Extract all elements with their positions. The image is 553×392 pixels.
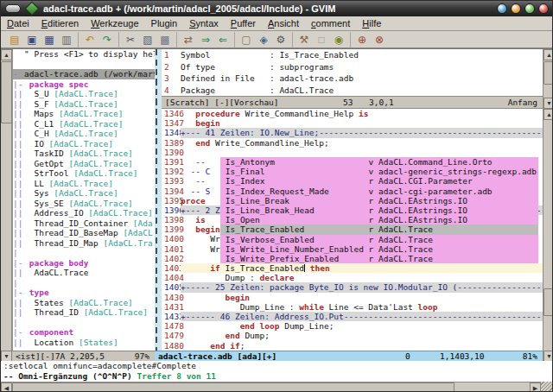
code-line[interactable]: 1389 end Write_Commandline_Help;: [162, 138, 543, 148]
taglist-row[interactable]: || Maps [AdaCL.Trace]: [13, 109, 156, 119]
taglist-row[interactable]: || IO [AdaCL.Trace]: [13, 139, 156, 149]
completion-item[interactable]: Is_Write_Line_Number_Enabled r AdaCL.Tra…: [220, 244, 538, 254]
save-session-button[interactable]: ◈: [256, 32, 271, 47]
command-line[interactable]: :setlocal omnifunc=adacomplete#Complete: [1, 361, 553, 371]
menu-ansicht[interactable]: Ansicht: [262, 17, 305, 29]
completion-item[interactable]: Is_Antonym v AdaCL.Command_Line.Orto: [220, 157, 538, 167]
fold-marker[interactable]: ||: [13, 99, 24, 110]
horizontal-scrollbar[interactable]: ◀ ▶: [1, 382, 553, 392]
fold-marker[interactable]: ||: [13, 149, 24, 159]
fold-marker[interactable]: ||: [13, 89, 24, 99]
folded-line[interactable]: 1405+----- 25 Zeilen: package Byte_IO is…: [162, 282, 543, 292]
menu-plugin[interactable]: Plugin: [145, 17, 184, 29]
preview-line[interactable]: 3Defined in File : adacl-trace.adb: [162, 73, 543, 85]
taglist-row[interactable]: |- component: [13, 327, 156, 338]
preview-window[interactable]: 1Symbol : Is_Trace_Enabled2Of type : sub…: [162, 49, 543, 96]
fold-marker[interactable]: ||: [13, 119, 24, 130]
taglist-row[interactable]: || C_L1 [AdaCL.Trace]: [13, 119, 156, 130]
code-line[interactable]: 1480 end if;: [162, 341, 543, 351]
taglist-row[interactable]: || S_U [AdaCL.Trace]: [13, 89, 156, 99]
horizontal-scroll-thumb[interactable]: [12, 383, 454, 392]
taglist-row[interactable]: || Address_IO [AdaCL.Trace]: [13, 208, 156, 218]
menu-comment[interactable]: comment: [305, 17, 356, 29]
menu-puffer[interactable]: Puffer: [225, 17, 262, 29]
fold-marker[interactable]: ||: [13, 307, 24, 318]
preview-line[interactable]: 2Of type : subprograms: [162, 61, 543, 73]
fold-marker[interactable]: ||: [13, 188, 24, 199]
open-button[interactable]: ▤: [7, 32, 22, 47]
taglist-row[interactable]: |- package body: [13, 258, 156, 269]
menu-hilfe[interactable]: Hilfe: [356, 17, 387, 29]
taglist-row[interactable]: || GetOpt [AdaCL.Trace]: [13, 159, 156, 169]
fold-marker[interactable]: -: [13, 69, 24, 79]
completion-item[interactable]: Is_Index r AdaCL.CGI.Parameter: [220, 176, 538, 186]
taglist-row[interactable]: || StrTool [AdaCL.Trace]: [13, 168, 156, 179]
window-menu-button[interactable]: [5, 4, 21, 13]
maximize-button[interactable]: [524, 3, 535, 14]
save-button[interactable]: ▣: [24, 32, 40, 47]
menu-datei[interactable]: Datei: [1, 17, 35, 29]
editor-scrollbar[interactable]: ▲ ▼: [543, 109, 553, 362]
taglist-row[interactable]: || Location [States]: [13, 338, 156, 348]
fold-marker[interactable]: ||: [13, 179, 24, 189]
code-line[interactable]: 1347 begin: [162, 118, 543, 128]
run-ctags-button[interactable]: □: [314, 32, 329, 47]
print-button[interactable]: ▥: [59, 32, 74, 47]
preview-line[interactable]: 1Symbol : Is_Trace_Enabled: [162, 49, 543, 61]
fold-marker[interactable]: |: [13, 248, 24, 258]
scroll-up-icon[interactable]: ▲: [543, 49, 553, 60]
completion-item[interactable]: Is_Verbose_Enabled r AdaCL.Trace: [220, 235, 538, 244]
completion-item[interactable]: Is_Line_Break_Head r AdaCL.EAstrings.IO: [220, 205, 538, 215]
completion-item[interactable]: Is_Open r AdaCL.EAstrings.IO: [220, 215, 538, 224]
taglist-row[interactable]: || Sys [AdaCL.Trace]: [13, 188, 156, 199]
find-next-button[interactable]: ⇒: [198, 32, 213, 47]
taglist-row[interactable]: |: [13, 278, 156, 288]
fold-marker[interactable]: ||: [13, 228, 24, 238]
fold-marker[interactable]: ||: [13, 168, 24, 179]
scroll-left-icon[interactable]: ◀: [1, 383, 12, 392]
taglist-row[interactable]: [13, 60, 156, 70]
fold-marker[interactable]: ||: [13, 129, 24, 139]
code-line[interactable]: 1346 procedure Write_Commandline_Help is: [162, 109, 543, 118]
fold-marker[interactable]: ||: [13, 238, 24, 249]
code-line[interactable]: 1403 if Is_Trace_Enabled then: [162, 263, 543, 273]
find-help-button[interactable]: ⊗: [372, 32, 387, 47]
scroll-right-icon[interactable]: ▶: [530, 383, 541, 392]
code-line[interactable]: 1479 end Dump;: [162, 331, 543, 340]
taglist-scrollbar[interactable]: ▲ ▼: [1, 49, 12, 362]
undo-button[interactable]: ↶: [82, 32, 98, 47]
fold-marker[interactable]: ||: [13, 298, 24, 308]
tag-jump-button[interactable]: ◉: [331, 32, 346, 47]
taglist-row[interactable]: |: [13, 318, 156, 328]
taglist-row[interactable]: -adacl-trace.adb (/work/marti: [13, 69, 156, 79]
help-button[interactable]: ⊕: [354, 32, 370, 47]
title-bar[interactable]: adacl-trace.adb + (/work/martin/adacl_20…: [1, 1, 553, 16]
command-area[interactable]: :setlocal omnifunc=adacomplete#Complete …: [1, 361, 553, 382]
fold-marker[interactable]: |-: [13, 327, 24, 338]
copy-button[interactable]: ▧: [140, 32, 156, 47]
minimize-button[interactable]: [511, 3, 521, 14]
completion-item[interactable]: Is_Index_Request_Made v adacl-cgi-parame…: [220, 187, 538, 196]
preview-scrollbar[interactable]: ▲ ▼: [543, 49, 553, 109]
fold-marker[interactable]: |: [13, 318, 24, 328]
fold-marker[interactable]: ||: [13, 268, 24, 278]
taglist-row[interactable]: || States [AdaCL.Trace]: [13, 298, 156, 308]
preview-scroll-thumb[interactable]: [543, 61, 553, 85]
save-all-button[interactable]: ▦: [41, 32, 57, 47]
fold-marker[interactable]: ||: [13, 199, 24, 209]
code-line[interactable]: 1390: [162, 148, 543, 157]
taglist-row[interactable]: || S_F [AdaCL.Trace]: [13, 99, 156, 110]
fold-marker[interactable]: ||: [13, 208, 24, 218]
taglist-row[interactable]: || TaskID [AdaCL.Trace]: [13, 149, 156, 159]
fold-marker[interactable]: ||: [13, 338, 24, 348]
fold-marker[interactable]: ||: [13, 218, 24, 229]
fold-marker[interactable]: ||: [13, 139, 24, 149]
folded-line[interactable]: 1432+------ 46 Zeilen: Address_IO.Put---…: [162, 312, 543, 321]
taglist-row[interactable]: " Press <F1> to display help: [13, 49, 156, 60]
fold-marker[interactable]: ||: [13, 109, 24, 119]
code-line[interactable]: 1430 begin: [162, 293, 543, 302]
taglist-row[interactable]: |- package spec: [13, 79, 156, 90]
taglist-row[interactable]: || AdaCL.Trace: [13, 268, 156, 278]
taglist-row[interactable]: |: [13, 248, 156, 258]
completion-item[interactable]: Is_Line_Break r AdaCL.EAstrings.IO: [220, 196, 538, 205]
